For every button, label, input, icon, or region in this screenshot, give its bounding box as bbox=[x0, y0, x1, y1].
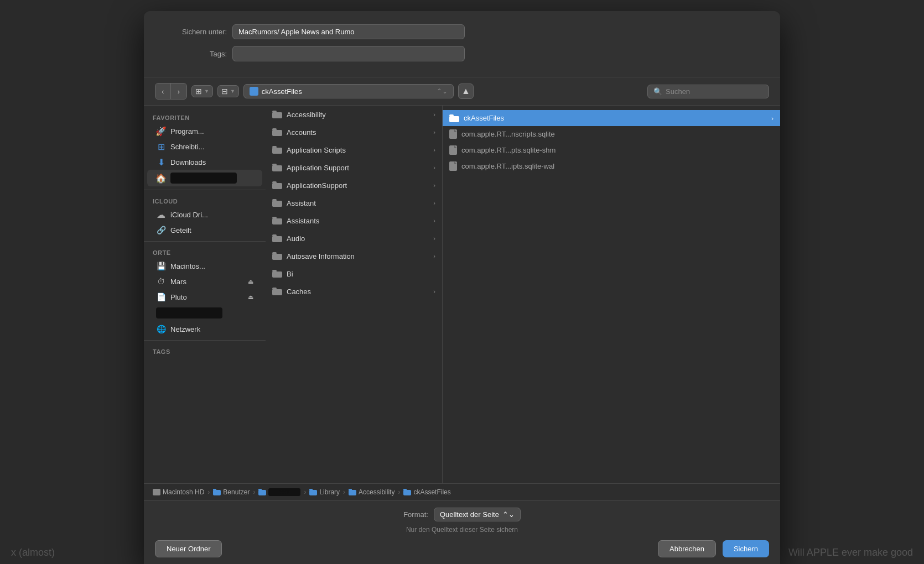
sidebar-program-label: Program... bbox=[170, 127, 204, 135]
svg-rect-36 bbox=[403, 490, 411, 495]
folder-accessibility-chevron: › bbox=[433, 111, 435, 118]
cancel-button[interactable]: Abbrechen bbox=[658, 540, 716, 557]
folder-bi[interactable]: Bi bbox=[266, 265, 442, 283]
breadcrumb-accessibility[interactable]: Accessibility bbox=[349, 488, 394, 496]
folder-assistants[interactable]: Assistants › bbox=[266, 212, 442, 229]
folder-accessibility-label: Accessibility bbox=[287, 111, 429, 119]
folder-icon bbox=[272, 233, 282, 243]
folder-location-icon bbox=[250, 87, 258, 96]
sidebar-item-icloud-drive[interactable]: ☁ iCloud Dri... bbox=[147, 207, 262, 222]
sidebar-macintos-label: Macintos... bbox=[170, 262, 205, 270]
breadcrumb-library-label: Library bbox=[319, 488, 340, 496]
save-as-input[interactable] bbox=[232, 24, 465, 39]
hdd-icon: 💾 bbox=[156, 261, 166, 271]
sidebar-item-downloads[interactable]: ⬇ Downloads bbox=[147, 154, 262, 170]
sidebar-item-geteilt[interactable]: 🔗 Geteilt bbox=[147, 222, 262, 238]
forward-button[interactable]: › bbox=[171, 83, 186, 99]
folder-autosave-chevron: › bbox=[433, 253, 435, 259]
sidebar-item-macintosh[interactable]: 💾 Macintos... bbox=[147, 258, 262, 274]
nav-btn-group: ‹ › bbox=[155, 83, 187, 100]
column-view-icon: ⊞ bbox=[195, 87, 202, 96]
save-button[interactable]: Sichern bbox=[723, 540, 769, 557]
location-bar[interactable]: ckAssetFiles ⌃⌄ bbox=[243, 84, 454, 98]
sidebar-item-pluto[interactable]: 📄 Pluto ⏏ bbox=[147, 289, 262, 305]
folder-accounts-chevron: › bbox=[433, 129, 435, 135]
folder-selected-icon bbox=[449, 114, 459, 122]
sidebar-redacted2 bbox=[156, 307, 222, 318]
folder-application-scripts-chevron: › bbox=[433, 147, 435, 153]
file-item-3[interactable]: com.apple.RT...ipts.sqlite-wal bbox=[443, 158, 780, 174]
grid-view-button[interactable]: ⊟ ▼ bbox=[217, 85, 239, 97]
folder-application-scripts[interactable]: Application Scripts › bbox=[266, 141, 442, 159]
svg-rect-26 bbox=[449, 161, 457, 171]
svg-rect-10 bbox=[272, 201, 282, 207]
svg-rect-25 bbox=[449, 145, 457, 155]
folder-assistant-label: Assistant bbox=[287, 199, 429, 207]
breadcrumb-redacted[interactable]: xxx bbox=[258, 488, 300, 496]
breadcrumb-sep-2: › bbox=[253, 488, 255, 496]
breadcrumb-library[interactable]: Library bbox=[309, 488, 340, 496]
svg-rect-29 bbox=[213, 489, 216, 490]
svg-rect-24 bbox=[449, 129, 457, 139]
file-list-selected-folder[interactable]: ckAssetFiles › bbox=[443, 110, 780, 126]
doc-icon: 📄 bbox=[156, 292, 166, 302]
dialog-bottom: Format: Quelltext der Seite ⌃⌄ Nur den Q… bbox=[144, 500, 780, 564]
folder-accounts-label: Accounts bbox=[287, 128, 429, 137]
sidebar-geteilt-label: Geteilt bbox=[170, 226, 191, 234]
breadcrumb-benutzer[interactable]: Benutzer bbox=[213, 488, 250, 496]
breadcrumb-sep-4: › bbox=[343, 488, 345, 496]
folder-accessibility[interactable]: Accessibility › bbox=[266, 106, 442, 123]
sidebar-item-home[interactable]: 🏠 bbox=[147, 170, 262, 186]
location-stepper: ⌃⌄ bbox=[437, 87, 448, 95]
folder-caches-label: Caches bbox=[287, 288, 429, 296]
rocket-icon: 🚀 bbox=[156, 126, 166, 136]
svg-rect-33 bbox=[309, 489, 313, 490]
folder-icon bbox=[272, 145, 282, 155]
column-view-button[interactable]: ⊞ ▼ bbox=[191, 85, 213, 97]
sidebar-item-program[interactable]: 🚀 Program... bbox=[147, 123, 262, 139]
folder-breadcrumb-icon bbox=[349, 489, 356, 495]
sidebar-item-mars[interactable]: ⏱ Mars ⏏ bbox=[147, 274, 262, 289]
sidebar-item-redacted2[interactable] bbox=[147, 305, 262, 321]
save-as-label: Sichern unter: bbox=[160, 28, 227, 36]
svg-rect-21 bbox=[272, 288, 277, 290]
sidebar-mars-label: Mars bbox=[170, 278, 186, 286]
file-3-label: com.apple.RT...ipts.sqlite-wal bbox=[461, 162, 554, 170]
folder-audio-chevron: › bbox=[433, 235, 435, 242]
search-bar[interactable]: 🔍 Suchen bbox=[647, 85, 769, 98]
folder-audio[interactable]: Audio › bbox=[266, 229, 442, 247]
sidebar-item-netzwerk[interactable]: 🌐 Netzwerk bbox=[147, 321, 262, 337]
folder-autosave[interactable]: Autosave Information › bbox=[266, 247, 442, 265]
file-icon bbox=[449, 129, 457, 139]
sidebar-divider-1 bbox=[144, 190, 266, 190]
format-select-value: Quelltext der Seite bbox=[440, 510, 499, 519]
tags-input[interactable] bbox=[232, 46, 465, 61]
dialog-header: Sichern unter: Tags: bbox=[144, 11, 780, 77]
svg-rect-34 bbox=[349, 490, 356, 495]
folder-application-support[interactable]: Application Support › bbox=[266, 159, 442, 176]
breadcrumb-macintosh[interactable]: Macintosh HD bbox=[153, 488, 204, 496]
file-item-1[interactable]: com.apple.RT...nscripts.sqlite bbox=[443, 126, 780, 142]
svg-rect-13 bbox=[272, 217, 277, 219]
breadcrumb-sep-3: › bbox=[304, 488, 306, 496]
folder-applicationsupport[interactable]: ApplicationSupport › bbox=[266, 176, 442, 194]
orte-section-title: Orte bbox=[144, 245, 266, 258]
sidebar-item-schreibtisch[interactable]: ⊞ Schreibti... bbox=[147, 139, 262, 154]
sidebar-divider-2 bbox=[144, 241, 266, 242]
breadcrumb-ckassetfiles[interactable]: ckAssetFiles bbox=[403, 488, 450, 496]
new-folder-button[interactable]: Neuer Ordner bbox=[155, 540, 222, 557]
svg-rect-16 bbox=[272, 254, 282, 260]
expand-button[interactable]: ▲ bbox=[458, 83, 474, 99]
folder-assistant[interactable]: Assistant › bbox=[266, 194, 442, 212]
folder-assistants-chevron: › bbox=[433, 217, 435, 224]
file-icon bbox=[449, 161, 457, 171]
folder-icon bbox=[272, 180, 282, 190]
sidebar-icloud-label: iCloud Dri... bbox=[170, 211, 208, 219]
cloud-icon: ☁ bbox=[156, 210, 166, 220]
back-button[interactable]: ‹ bbox=[155, 83, 171, 99]
file-item-2[interactable]: com.apple.RT...pts.sqlite-shm bbox=[443, 142, 780, 158]
format-select[interactable]: Quelltext der Seite ⌃⌄ bbox=[434, 508, 521, 521]
selected-folder-label: ckAssetFiles bbox=[464, 114, 767, 122]
folder-accounts[interactable]: Accounts › bbox=[266, 123, 442, 141]
folder-caches[interactable]: Caches › bbox=[266, 283, 442, 300]
